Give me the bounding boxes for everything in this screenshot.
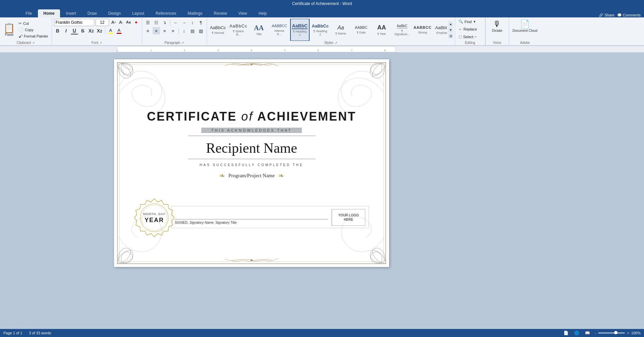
- tab-review[interactable]: Review: [209, 9, 232, 17]
- cert-recipient-name[interactable]: Recipient Name: [206, 140, 297, 156]
- cert-program-name[interactable]: Program/Project Name: [228, 173, 275, 179]
- print-layout-btn[interactable]: 📄: [563, 330, 570, 336]
- clear-formatting-button[interactable]: ✦: [132, 19, 140, 26]
- styles-scroll-up[interactable]: ▲: [448, 21, 453, 26]
- comments-button[interactable]: 💬 Comments: [617, 13, 641, 17]
- styles-scroll-down[interactable]: ▼: [448, 27, 453, 32]
- find-dropdown-icon[interactable]: ▼: [473, 20, 476, 23]
- tab-design[interactable]: Design: [103, 9, 126, 17]
- increase-indent-button[interactable]: →: [180, 19, 188, 26]
- tab-file[interactable]: File: [20, 9, 37, 17]
- align-center-button[interactable]: ≡: [153, 27, 160, 35]
- paste-button[interactable]: 📋 Paste: [2, 23, 16, 37]
- status-right: 📄 🌐 📖 - + 100%: [563, 330, 641, 336]
- seal-svg: MONTH, DAY YEAR: [134, 197, 174, 237]
- styles-expand-icon[interactable]: ↗: [335, 41, 337, 45]
- style-name-label: ¶ Name: [335, 32, 346, 35]
- dictate-label: Dictate: [492, 29, 502, 32]
- dictate-button[interactable]: 🎙 Dictate: [491, 19, 503, 33]
- cert-program-row: ❧ Program/Project Name ❧: [219, 172, 284, 180]
- font-expand-icon[interactable]: ↗: [100, 41, 102, 45]
- italic-button[interactable]: I: [62, 27, 70, 35]
- tab-layout[interactable]: Layout: [127, 9, 150, 17]
- format-painter-button[interactable]: 🖌 Format Painter: [17, 33, 50, 39]
- zoom-slider[interactable]: [598, 332, 625, 334]
- replace-label: Replace: [464, 27, 477, 31]
- signatory-title[interactable]: Signatory Title: [215, 221, 236, 224]
- cert-sig-area[interactable]: SIGNED, Signatory Name, Signatory Title: [175, 209, 331, 226]
- style-normal[interactable]: AaBbCc ¶ Normal: [208, 19, 228, 41]
- read-mode-btn[interactable]: 📖: [584, 330, 591, 336]
- signatory-name[interactable]: Signatory Name: [190, 221, 214, 224]
- tab-mailings[interactable]: Mailings: [182, 9, 208, 17]
- document-page[interactable]: CERTIFICATE of ACHIEVEMENT THIS ACKNOWLE…: [114, 59, 389, 267]
- style-heading2[interactable]: AaBbCc ¶ Heading 2: [311, 19, 330, 41]
- borders-button[interactable]: ▨: [197, 27, 205, 35]
- tab-home[interactable]: Home: [38, 9, 60, 17]
- align-left-button[interactable]: ≡: [144, 27, 152, 35]
- select-button[interactable]: ⬚ Select ~: [457, 34, 478, 40]
- share-button[interactable]: 🔗 Share: [599, 13, 614, 17]
- style-strong[interactable]: AABBCC Strong: [413, 19, 432, 41]
- tab-references[interactable]: References: [150, 9, 181, 17]
- cut-button[interactable]: ✂ Cut: [17, 20, 50, 26]
- decrease-font-button[interactable]: A-: [118, 19, 124, 25]
- document-cloud-button[interactable]: 📄 Document Cloud: [512, 19, 538, 33]
- justify-button[interactable]: ≡: [169, 27, 177, 35]
- tab-insert[interactable]: Insert: [61, 9, 82, 17]
- cert-title[interactable]: CERTIFICATE of ACHIEVEMENT: [147, 110, 356, 124]
- decrease-indent-button[interactable]: ←: [172, 19, 179, 26]
- logo-box[interactable]: YOUR LOGOHERE: [332, 209, 365, 226]
- align-right-button[interactable]: ≡: [161, 27, 168, 35]
- styles-label-row: Styles ↗: [208, 41, 453, 45]
- font-name-input[interactable]: [54, 19, 94, 26]
- voice-label: Voice: [493, 41, 501, 45]
- para-bottom: ≡ ≡ ≡ ≡ ↕ ▤ ▨: [144, 27, 205, 35]
- show-formatting-button[interactable]: ¶: [197, 19, 205, 26]
- style-intense-preview: AABBCC: [272, 24, 287, 28]
- strikethrough-button[interactable]: S: [79, 27, 87, 35]
- underline-button[interactable]: U: [71, 27, 78, 35]
- sort-button[interactable]: ↕: [189, 19, 196, 26]
- style-title[interactable]: AA Title: [249, 19, 269, 41]
- ruler-inner[interactable]: | 1 2 3 4 5 6 7 8: [117, 46, 396, 52]
- style-name-item[interactable]: Aa ¶ Name: [331, 19, 351, 41]
- style-signature[interactable]: AaBbC ¶ Signature...: [392, 19, 412, 41]
- copy-icon: 📄: [18, 27, 23, 32]
- style-date[interactable]: AABBC ¶ Date: [352, 19, 371, 41]
- font-color-button[interactable]: A: [115, 27, 123, 35]
- bullets-button[interactable]: ☰: [144, 19, 152, 26]
- line-spacing-button[interactable]: ↕: [180, 27, 188, 35]
- tab-help[interactable]: Help: [253, 9, 272, 17]
- styles-expand[interactable]: ⊞: [448, 33, 453, 39]
- style-spaced[interactable]: AaBbCc ¶ Space B...: [229, 19, 248, 41]
- numbering-button[interactable]: ☷: [153, 19, 160, 26]
- web-layout-btn[interactable]: 🌐: [574, 330, 580, 336]
- clipboard-expand-icon[interactable]: ↗: [32, 41, 35, 45]
- copy-button[interactable]: 📄 Copy: [17, 27, 50, 33]
- style-year[interactable]: AA ¶ Year: [372, 19, 391, 41]
- superscript-button[interactable]: X2: [96, 27, 103, 35]
- style-intense[interactable]: AABBCC Intense E...: [270, 19, 289, 41]
- text-highlight-button[interactable]: A: [107, 27, 114, 35]
- clipboard-sub: ✂ Cut 📄 Copy 🖌 Format Painter: [17, 20, 50, 39]
- style-heading1[interactable]: AaBbC ¶ Heading 1: [290, 19, 310, 41]
- subscript-button[interactable]: X2: [88, 27, 95, 35]
- font-size-input[interactable]: [96, 19, 109, 26]
- style-heading1-preview: AaBbC: [292, 23, 308, 29]
- tab-view[interactable]: View: [233, 9, 253, 17]
- zoom-out-icon[interactable]: -: [595, 331, 596, 335]
- svg-text:MONTH, DAY: MONTH, DAY: [143, 212, 165, 216]
- style-emphasis[interactable]: AaBbCc Emphasis: [433, 19, 447, 41]
- multilevel-button[interactable]: ↴: [161, 19, 168, 26]
- bold-button[interactable]: B: [54, 27, 61, 35]
- shading-button[interactable]: ▤: [189, 27, 196, 35]
- change-case-button[interactable]: Aa: [125, 19, 132, 25]
- zoom-thumb[interactable]: [614, 331, 618, 334]
- find-button[interactable]: 🔍 Find ▼: [457, 19, 477, 24]
- para-expand-icon[interactable]: ↗: [181, 41, 184, 45]
- tab-draw[interactable]: Draw: [82, 9, 102, 17]
- increase-font-button[interactable]: A+: [110, 19, 117, 25]
- replace-button[interactable]: ↔ Replace: [457, 26, 478, 32]
- zoom-in-icon[interactable]: +: [627, 331, 629, 335]
